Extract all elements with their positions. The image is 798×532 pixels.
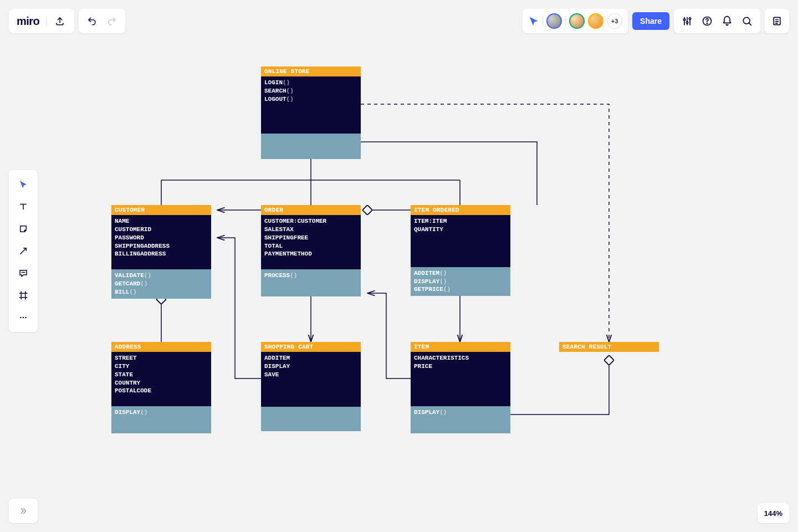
frame-tool-icon[interactable] <box>11 284 35 306</box>
notes-button[interactable] <box>765 9 789 33</box>
comment-tool-icon[interactable] <box>11 262 35 284</box>
svg-point-1 <box>686 22 688 23</box>
sticky-tool-icon[interactable] <box>11 218 35 240</box>
entity-address[interactable]: ADDRESS STREET CITY STATE COUNTRY POSTAL… <box>111 342 211 433</box>
app-logo[interactable]: miro <box>17 15 39 28</box>
undo-icon[interactable] <box>83 12 101 30</box>
separator <box>565 16 566 27</box>
logo-card: miro <box>9 9 74 33</box>
avatar[interactable] <box>569 13 585 29</box>
svg-point-7 <box>20 317 21 318</box>
select-tool-icon[interactable] <box>11 173 35 196</box>
avatar-more[interactable]: +3 <box>607 13 622 29</box>
collab-card: +3 <box>523 9 628 33</box>
entity-title: ORDER <box>261 205 361 215</box>
bell-icon[interactable] <box>717 11 737 31</box>
help-icon[interactable] <box>697 11 717 31</box>
svg-point-8 <box>23 317 24 318</box>
entity-item[interactable]: ITEM CHARACTERISTICS PRICE DISPLAY() <box>411 342 510 433</box>
entity-order[interactable]: ORDER CUSTOMER:CUSTOMER SALESTAX SHIPPIN… <box>261 205 361 296</box>
actions-card <box>674 9 760 33</box>
more-tools-icon[interactable] <box>11 306 35 329</box>
entity-customer[interactable]: CUSTOMER NAME CUSTOMERID PASSWORD SHIPPI… <box>111 205 211 299</box>
share-button[interactable]: Share <box>632 12 669 30</box>
separator <box>46 16 47 27</box>
entity-title: CUSTOMER <box>111 205 211 215</box>
entity-shopping-cart[interactable]: SHOPPING CART ADDITEM DISPLAY SAVE <box>261 342 361 431</box>
text-tool-icon[interactable] <box>11 196 35 218</box>
svg-point-4 <box>707 23 707 24</box>
entity-title: ITEM ORDERED <box>411 205 510 215</box>
search-icon[interactable] <box>737 11 757 31</box>
export-icon[interactable] <box>53 14 66 28</box>
collapse-button[interactable] <box>9 499 38 523</box>
left-toolbar <box>9 170 38 332</box>
entity-online-store[interactable]: ONLINE STORE LOGIN() SEARCH() LOGOUT() <box>261 66 361 159</box>
settings-icon[interactable] <box>677 11 697 31</box>
entity-item-ordered[interactable]: ITEM ORDERED ITEM:ITEM QUANTITY ADDITEM(… <box>411 205 510 296</box>
canvas[interactable]: ONLINE STORE LOGIN() SEARCH() LOGOUT() C… <box>0 0 798 532</box>
entity-title: ADDRESS <box>111 342 211 352</box>
history-card <box>79 9 125 33</box>
entity-title: ITEM <box>411 342 510 352</box>
separator <box>543 16 543 27</box>
entity-title: SHOPPING CART <box>261 342 361 352</box>
redo-icon[interactable] <box>103 12 121 30</box>
entity-search-result[interactable]: SEARCH RESULT <box>559 342 659 352</box>
svg-point-9 <box>25 317 26 318</box>
svg-point-0 <box>683 19 685 21</box>
avatar[interactable] <box>588 13 603 29</box>
svg-point-2 <box>689 18 690 19</box>
cursor-icon[interactable] <box>528 16 539 27</box>
avatar[interactable] <box>546 13 562 29</box>
entity-title: SEARCH RESULT <box>559 342 659 352</box>
zoom-label: 144% <box>764 509 782 518</box>
arrow-tool-icon[interactable] <box>11 240 35 262</box>
entity-title: ONLINE STORE <box>261 66 361 76</box>
zoom-indicator[interactable]: 144% <box>758 503 789 523</box>
